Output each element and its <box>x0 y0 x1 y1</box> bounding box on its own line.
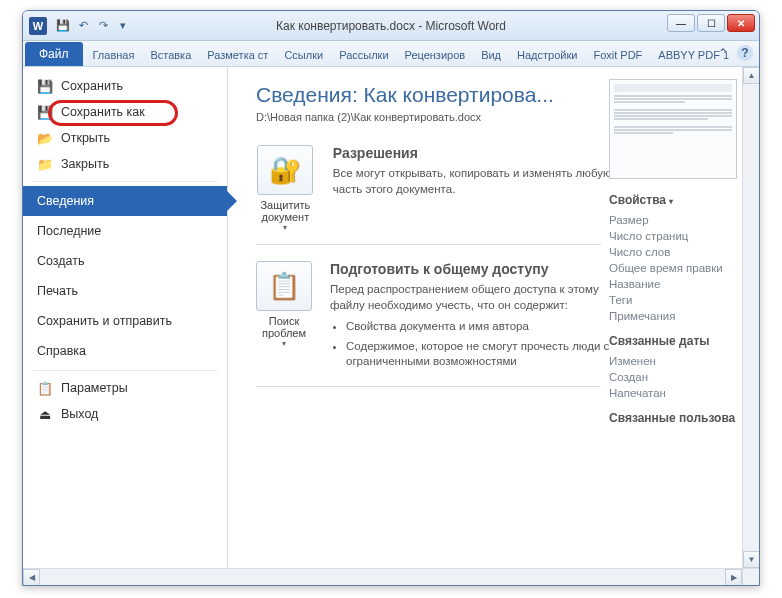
sidebar-save-label: Сохранить <box>61 79 123 93</box>
protect-button-label: Защитить документ <box>256 199 315 223</box>
related-people-heading: Связанные пользова <box>609 411 749 425</box>
scroll-left-button[interactable]: ◀ <box>23 569 40 586</box>
sidebar-help[interactable]: Справка <box>23 336 227 366</box>
prop-created: Создан <box>609 369 749 385</box>
sidebar-recent[interactable]: Последние <box>23 216 227 246</box>
sidebar-share-label: Сохранить и отправить <box>37 314 172 328</box>
save-icon: 💾 <box>37 78 53 94</box>
qat-redo-icon[interactable]: ↷ <box>95 18 111 34</box>
qat-customize-icon[interactable]: ▾ <box>115 18 131 34</box>
sidebar-new-label: Создать <box>37 254 85 268</box>
sidebar-open[interactable]: 📂Открыть <box>23 125 227 151</box>
sidebar-separator <box>33 370 217 371</box>
inspect-button-label: Поиск проблем <box>256 315 312 339</box>
prop-printed: Напечатан <box>609 385 749 401</box>
prop-words: Число слов <box>609 244 749 260</box>
sidebar-exit[interactable]: ⏏Выход <box>23 401 227 427</box>
prepare-share-title: Подготовить к общему доступу <box>330 261 616 277</box>
prop-edit-time: Общее время правки <box>609 260 749 276</box>
window-title: Как конвертировать.docx - Microsoft Word <box>276 19 506 33</box>
prop-pages: Число страниц <box>609 228 749 244</box>
sidebar-saveas-label: Сохранить как <box>61 105 145 119</box>
sidebar-save[interactable]: 💾Сохранить <box>23 73 227 99</box>
checklist-icon: 📋 <box>256 261 312 311</box>
sidebar-info-label: Сведения <box>37 194 94 208</box>
info-panel: Сведения: Как конвертирова... D:\Новая п… <box>228 67 759 568</box>
sidebar-close[interactable]: 📁Закрыть <box>23 151 227 177</box>
word-app-icon: W <box>29 17 47 35</box>
tab-references[interactable]: Ссылки <box>276 44 331 66</box>
vertical-scrollbar[interactable]: ▲ ▼ <box>742 67 759 568</box>
sidebar-info[interactable]: Сведения <box>23 186 227 216</box>
maximize-button[interactable]: ☐ <box>697 14 725 32</box>
info-heading: Сведения: Как конвертирова... <box>256 83 596 107</box>
divider <box>256 244 601 245</box>
sidebar-print-label: Печать <box>37 284 78 298</box>
ribbon-tabs: Файл Главная Вставка Разметка ст Ссылки … <box>23 41 759 67</box>
qat-save-icon[interactable]: 💾 <box>55 18 71 34</box>
sidebar-print[interactable]: Печать <box>23 276 227 306</box>
sidebar-save-as[interactable]: 💾Сохранить как <box>23 99 227 125</box>
lock-key-icon: 🔐 <box>257 145 313 195</box>
tab-foxit[interactable]: Foxit PDF <box>585 44 650 66</box>
prop-tags: Теги <box>609 292 749 308</box>
scrollbar-corner <box>742 568 759 585</box>
title-bar: W 💾 ↶ ↷ ▾ Как конвертировать.docx - Micr… <box>23 11 759 41</box>
sidebar-open-label: Открыть <box>61 131 110 145</box>
related-dates-heading: Связанные даты <box>609 334 749 348</box>
sidebar-recent-label: Последние <box>37 224 101 238</box>
dropdown-caret-icon: ▾ <box>256 223 315 232</box>
qat-undo-icon[interactable]: ↶ <box>75 18 91 34</box>
chevron-down-icon: ▾ <box>669 197 673 206</box>
sidebar-options[interactable]: 📋Параметры <box>23 375 227 401</box>
backstage-sidebar: 💾Сохранить 💾Сохранить как 📂Открыть 📁Закр… <box>23 67 228 568</box>
permissions-title: Разрешения <box>333 145 616 161</box>
save-as-icon: 💾 <box>37 104 53 120</box>
minimize-button[interactable]: — <box>667 14 695 32</box>
tab-insert[interactable]: Вставка <box>142 44 199 66</box>
list-item: Содержимое, которое не смогут прочесть л… <box>346 339 616 370</box>
document-thumbnail[interactable] <box>609 79 737 179</box>
properties-heading[interactable]: Свойства <box>609 193 666 207</box>
ribbon-minimize-icon[interactable]: ⌃ <box>715 45 731 61</box>
list-item: Свойства документа и имя автора <box>346 319 616 335</box>
sidebar-share[interactable]: Сохранить и отправить <box>23 306 227 336</box>
prop-comments: Примечания <box>609 308 749 324</box>
tab-file[interactable]: Файл <box>25 42 83 66</box>
scroll-right-button[interactable]: ▶ <box>725 569 742 586</box>
dropdown-caret-icon: ▾ <box>256 339 312 348</box>
sidebar-close-label: Закрыть <box>61 157 109 171</box>
open-folder-icon: 📂 <box>37 130 53 146</box>
prop-size: Размер <box>609 212 749 228</box>
sidebar-new[interactable]: Создать <box>23 246 227 276</box>
scroll-down-button[interactable]: ▼ <box>743 551 760 568</box>
exit-icon: ⏏ <box>37 406 53 422</box>
horizontal-scrollbar[interactable]: ◀ ▶ <box>23 568 742 585</box>
tab-addins[interactable]: Надстройки <box>509 44 585 66</box>
prepare-share-text: Перед распространением общего доступа к … <box>330 281 616 313</box>
divider <box>256 386 601 387</box>
close-folder-icon: 📁 <box>37 156 53 172</box>
help-icon[interactable]: ? <box>737 45 753 61</box>
sidebar-options-label: Параметры <box>61 381 128 395</box>
prepare-share-list: Свойства документа и имя автора Содержим… <box>346 319 616 370</box>
close-button[interactable]: ✕ <box>727 14 755 32</box>
sidebar-separator <box>33 181 217 182</box>
options-icon: 📋 <box>37 380 53 396</box>
inspect-document-button[interactable]: 📋 Поиск проблем ▾ <box>256 261 312 374</box>
tab-review[interactable]: Рецензиров <box>397 44 474 66</box>
tab-layout[interactable]: Разметка ст <box>199 44 276 66</box>
prop-modified: Изменен <box>609 353 749 369</box>
tab-mailings[interactable]: Рассылки <box>331 44 396 66</box>
sidebar-help-label: Справка <box>37 344 86 358</box>
prop-title: Название <box>609 276 749 292</box>
permissions-text: Все могут открывать, копировать и изменя… <box>333 165 616 197</box>
tab-home[interactable]: Главная <box>85 44 143 66</box>
sidebar-exit-label: Выход <box>61 407 98 421</box>
scroll-up-button[interactable]: ▲ <box>743 67 760 84</box>
tab-view[interactable]: Вид <box>473 44 509 66</box>
protect-document-button[interactable]: 🔐 Защитить документ ▾ <box>256 145 315 232</box>
properties-panel: Свойства ▾ Размер Число страниц Число сл… <box>609 79 749 430</box>
